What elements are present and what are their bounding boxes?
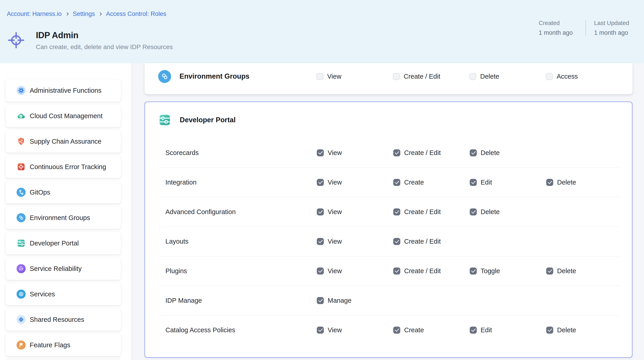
developer-portal-icon xyxy=(16,239,26,248)
permission-edit: Edit xyxy=(470,326,546,334)
permission-view: View xyxy=(317,179,393,186)
sidebar-item-services[interactable]: Services xyxy=(6,283,121,305)
checkbox-edit[interactable] xyxy=(470,179,477,186)
role-title-block: IDP Admin Can create, edit, delete and v… xyxy=(7,31,173,51)
permission-label: View xyxy=(328,208,342,216)
environment-groups-icon xyxy=(158,70,171,83)
checkbox-view[interactable] xyxy=(317,268,324,275)
permission-label: View xyxy=(327,73,341,80)
checkbox-view[interactable] xyxy=(317,208,324,216)
cloud-cost-icon: $ xyxy=(16,111,26,120)
permission-label: View xyxy=(328,179,342,186)
resource-card-environment-groups[interactable]: Environment Groups ViewCreate / EditDele… xyxy=(144,63,632,94)
checkbox-view[interactable] xyxy=(317,179,324,186)
checkbox-delete[interactable] xyxy=(469,73,476,80)
permission-create: Create xyxy=(393,326,470,334)
checkbox-create-edit[interactable] xyxy=(393,149,400,156)
permissions-panel: Environment Groups ViewCreate / EditDele… xyxy=(132,63,644,360)
sidebar-item-feature-flags[interactable]: Feature Flags xyxy=(6,334,121,356)
checkbox-create-edit[interactable] xyxy=(393,238,400,245)
permission-label: View xyxy=(328,238,342,245)
sidebar-item-shared-resources[interactable]: Shared Resources xyxy=(6,308,121,331)
meta-created-value: 1 month ago xyxy=(539,29,577,36)
checkbox-delete[interactable] xyxy=(546,327,553,334)
checkbox-access[interactable] xyxy=(546,73,553,80)
permission-toggle: Toggle xyxy=(470,267,546,275)
meta-last-updated-label: Last Updated xyxy=(594,20,633,27)
permission-create: Create xyxy=(393,179,470,186)
services-icon xyxy=(16,290,26,299)
checkbox-delete[interactable] xyxy=(470,208,477,216)
checkbox-create-edit[interactable] xyxy=(393,73,400,80)
permission-row-label: Plugins xyxy=(145,267,317,275)
checkbox-delete[interactable] xyxy=(546,179,553,186)
checkbox-manage[interactable] xyxy=(317,297,324,304)
checkbox-view[interactable] xyxy=(317,149,324,156)
checkbox-create-edit[interactable] xyxy=(393,268,400,275)
page-subtitle: Can create, edit, delete and view IDP Re… xyxy=(36,43,173,51)
feature-flags-icon xyxy=(16,340,26,349)
permission-row-label: Catalog Access Policies xyxy=(145,326,317,334)
resource-card-developer-portal[interactable]: Developer Portal ScorecardsViewCreate / … xyxy=(144,102,632,358)
svg-text:$: $ xyxy=(20,115,22,117)
role-crosshair-icon xyxy=(7,31,26,50)
meta-last-updated: Last Updated 1 month ago xyxy=(594,20,633,36)
breadcrumb-link-access-control-roles[interactable]: Access Control: Roles xyxy=(106,11,166,18)
breadcrumb-link-account-harness-io[interactable]: Account: Harness.io xyxy=(7,11,62,18)
permission-label: Edit xyxy=(480,179,492,186)
checkbox-create[interactable] xyxy=(393,179,400,186)
sidebar-item-label: Administrative Functions xyxy=(30,87,102,94)
permission-delete: Delete xyxy=(469,73,546,80)
permission-label: Delete xyxy=(557,267,576,275)
permission-label: Create / Edit xyxy=(404,73,440,80)
meta-created: Created 1 month ago xyxy=(539,20,577,36)
sidebar-item-environment-groups[interactable]: Environment Groups xyxy=(6,207,121,229)
permission-row-integration: IntegrationViewCreateEditDelete xyxy=(145,167,632,197)
permission-label: Create xyxy=(404,326,424,334)
sidebar-item-administrative-functions[interactable]: Administrative Functions xyxy=(6,79,121,102)
checkbox-view[interactable] xyxy=(316,73,323,80)
checkbox-delete[interactable] xyxy=(470,149,477,156)
permission-row-label: Integration xyxy=(145,179,317,186)
sidebar-item-cloud-cost-management[interactable]: $Cloud Cost Management xyxy=(6,105,121,127)
permission-delete: Delete xyxy=(470,208,546,216)
checkbox-create-edit[interactable] xyxy=(393,208,400,216)
sidebar-item-service-reliability[interactable]: Service Reliability xyxy=(6,258,121,280)
permission-create-edit: Create / Edit xyxy=(393,208,470,216)
permission-label: Manage xyxy=(328,297,352,304)
permission-edit: Edit xyxy=(470,179,546,186)
checkbox-toggle[interactable] xyxy=(470,268,477,275)
permission-label: Access xyxy=(557,73,578,80)
permission-row-idp-manage: IDP ManageManage xyxy=(145,286,632,315)
checkbox-edit[interactable] xyxy=(470,327,477,334)
sidebar-item-continuous-error-tracking[interactable]: Continuous Error Tracking xyxy=(6,156,121,178)
sidebar-item-supply-chain-assurance[interactable]: Supply Chain Assurance xyxy=(6,130,121,152)
permission-view: View xyxy=(317,149,393,156)
gitops-icon xyxy=(16,188,26,197)
page: Account: Harness.ioSettingsAccess Contro… xyxy=(0,0,644,360)
permission-label: View xyxy=(328,149,342,156)
meta-divider xyxy=(586,20,586,36)
checkbox-view[interactable] xyxy=(317,327,324,334)
permission-label: Toggle xyxy=(480,267,500,275)
permission-view: View xyxy=(317,267,393,275)
checkbox-delete[interactable] xyxy=(546,268,553,275)
sidebar-item-gitops[interactable]: GitOps xyxy=(6,181,121,204)
breadcrumb: Account: Harness.ioSettingsAccess Contro… xyxy=(7,11,166,18)
permission-row-label: Advanced Configuration xyxy=(145,208,317,216)
chevron-right-icon xyxy=(65,12,69,16)
sidebar-item-label: GitOps xyxy=(30,189,50,196)
checkbox-create[interactable] xyxy=(393,327,400,334)
permission-row-catalog-access-policies: Catalog Access PoliciesViewCreateEditDel… xyxy=(145,315,632,345)
permission-label: View xyxy=(328,267,342,275)
permission-label: Create / Edit xyxy=(404,208,441,216)
sidebar-item-label: Continuous Error Tracking xyxy=(30,163,106,171)
sidebar-item-developer-portal[interactable]: Developer Portal xyxy=(6,232,121,254)
sidebar-item-label: Services xyxy=(30,290,55,298)
permission-access: Access xyxy=(546,73,632,80)
sidebar-item-label: Supply Chain Assurance xyxy=(30,138,102,145)
breadcrumb-link-settings[interactable]: Settings xyxy=(73,11,95,18)
checkbox-view[interactable] xyxy=(317,238,324,245)
permission-view: View xyxy=(317,238,393,245)
environment-groups-icon xyxy=(16,213,26,222)
